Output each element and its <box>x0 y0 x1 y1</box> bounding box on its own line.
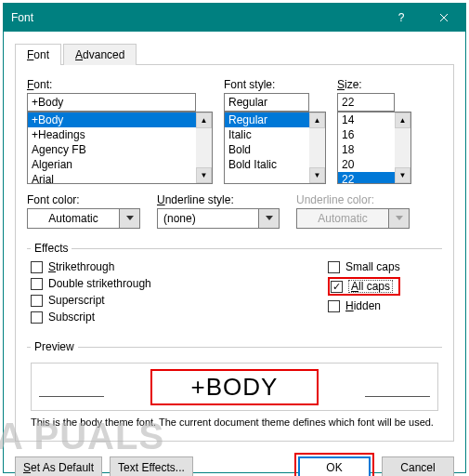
ok-button[interactable]: OK <box>298 456 371 476</box>
list-item[interactable]: 16 <box>338 127 395 142</box>
svg-marker-0 <box>126 216 134 220</box>
svg-marker-2 <box>396 216 403 220</box>
text-effects-button[interactable]: Text Effects... <box>110 456 193 476</box>
tab-advanced[interactable]: Advanced <box>63 44 137 65</box>
checkbox-hidden[interactable]: Hidden <box>328 299 400 312</box>
chevron-down-icon <box>389 208 410 229</box>
font-dialog: Font ? Font Advanced Font: <box>3 3 466 473</box>
font-color-value: Automatic <box>27 208 120 229</box>
list-item[interactable]: 20 <box>338 157 395 172</box>
list-item[interactable]: +Headings <box>28 127 196 142</box>
cancel-button[interactable]: Cancel <box>382 456 454 476</box>
size-combo[interactable] <box>337 93 411 112</box>
font-color-column: Font color: Automatic <box>27 193 140 229</box>
close-button[interactable] <box>423 4 465 32</box>
checkbox-strikethrough[interactable]: Strikethrough <box>31 260 328 273</box>
scroll-up-icon[interactable]: ▲ <box>395 112 410 128</box>
font-style-list[interactable]: Regular Italic Bold Bold Italic ▲ ▼ <box>224 112 326 184</box>
underline-color-label: Underline color: <box>296 193 410 206</box>
list-item[interactable]: Bold Italic <box>225 157 309 172</box>
scroll-down-icon[interactable]: ▼ <box>196 167 212 183</box>
list-item[interactable]: +Body <box>28 112 196 127</box>
font-style-column: Font style: Regular Italic Bold Bold Ita… <box>224 78 326 184</box>
help-button[interactable]: ? <box>380 4 423 32</box>
list-item[interactable]: Arial <box>28 172 196 183</box>
list-item[interactable]: Agency FB <box>28 142 196 157</box>
font-color-dropdown[interactable]: Automatic <box>27 208 140 229</box>
underline-color-column: Underline color: Automatic <box>296 193 410 229</box>
checkbox-all-caps[interactable]: ✓All caps <box>331 280 397 293</box>
size-input[interactable] <box>337 93 395 112</box>
list-item[interactable]: Regular <box>225 112 309 127</box>
font-style-label: Font style: <box>224 78 326 91</box>
underline-style-dropdown[interactable]: (none) <box>157 208 280 229</box>
font-style-input[interactable] <box>224 93 309 112</box>
chevron-down-icon[interactable] <box>259 208 280 229</box>
checkbox-superscript[interactable]: Superscript <box>31 294 328 307</box>
preview-group: Preview +BODY This is the body theme fon… <box>27 340 442 431</box>
underline-color-dropdown: Automatic <box>296 208 410 229</box>
underline-style-label: Underline style: <box>157 193 280 206</box>
client-area: Font Advanced Font: +Body +Headings <box>4 32 465 476</box>
size-column: Size: 14 16 18 20 22 ▲ <box>337 78 411 184</box>
scroll-up-icon[interactable]: ▲ <box>309 112 325 128</box>
color-row: Font color: Automatic Underline style: (… <box>27 193 442 229</box>
title-bar: Font ? <box>4 4 465 32</box>
tab-font[interactable]: Font <box>15 44 61 65</box>
size-label: Size: <box>337 78 411 91</box>
checkbox-small-caps[interactable]: Small caps <box>328 260 400 273</box>
font-color-label: Font color: <box>27 193 140 206</box>
preview-text: +BODY <box>191 373 279 401</box>
font-row: Font: +Body +Headings Agency FB Algerian… <box>27 78 442 184</box>
button-row: Set As Default Text Effects... OK Cancel <box>15 453 454 476</box>
list-item[interactable]: Italic <box>225 127 309 142</box>
font-list[interactable]: +Body +Headings Agency FB Algerian Arial… <box>27 112 213 184</box>
tab-content: Font: +Body +Headings Agency FB Algerian… <box>15 65 454 442</box>
font-label: Font: <box>27 78 213 91</box>
underline-color-value: Automatic <box>296 208 389 229</box>
list-item[interactable]: 18 <box>338 142 395 157</box>
list-item[interactable]: 14 <box>338 112 395 127</box>
effects-legend: Effects <box>31 242 72 255</box>
scrollbar[interactable]: ▲ ▼ <box>395 112 410 183</box>
list-item[interactable]: Bold <box>225 142 309 157</box>
font-column: Font: +Body +Headings Agency FB Algerian… <box>27 78 213 184</box>
set-default-button[interactable]: Set As Default <box>15 456 102 476</box>
scroll-down-icon[interactable]: ▼ <box>309 167 325 183</box>
size-list[interactable]: 14 16 18 20 22 ▲ ▼ <box>337 112 411 184</box>
font-input[interactable] <box>27 93 196 112</box>
scroll-up-icon[interactable]: ▲ <box>196 112 212 128</box>
list-item[interactable]: Algerian <box>28 157 196 172</box>
preview-legend: Preview <box>31 340 78 353</box>
preview-description: This is the body theme font. The current… <box>31 416 438 428</box>
scrollbar[interactable]: ▲ ▼ <box>196 112 212 183</box>
tab-strip: Font Advanced <box>15 43 454 65</box>
window-title: Font <box>4 11 380 24</box>
font-combo[interactable] <box>27 93 213 112</box>
list-item[interactable]: 22 <box>338 172 395 183</box>
scrollbar[interactable]: ▲ ▼ <box>309 112 325 183</box>
preview-box: +BODY <box>31 363 438 411</box>
effects-group: Effects Strikethrough Double strikethrou… <box>27 242 442 327</box>
underline-style-value: (none) <box>157 208 259 229</box>
svg-marker-1 <box>266 216 273 220</box>
chevron-down-icon[interactable] <box>120 208 140 229</box>
underline-style-column: Underline style: (none) <box>157 193 280 229</box>
close-icon <box>439 13 449 22</box>
font-style-combo[interactable] <box>224 93 326 112</box>
scroll-down-icon[interactable]: ▼ <box>395 167 410 183</box>
checkbox-subscript[interactable]: Subscript <box>31 311 328 324</box>
checkbox-double-strikethrough[interactable]: Double strikethrough <box>31 277 328 290</box>
